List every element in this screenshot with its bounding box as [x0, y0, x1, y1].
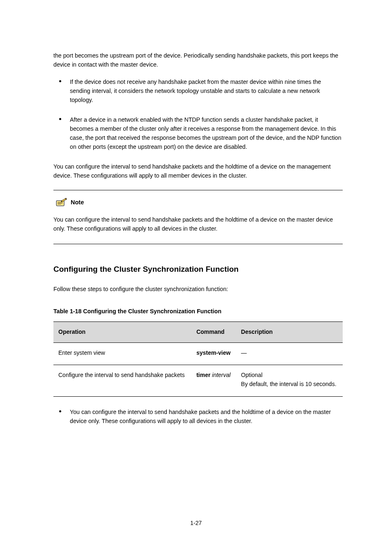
- list-item-text: After a device in a network enabled with…: [70, 116, 341, 150]
- cell-description: Optional By default, the interval is 10 …: [236, 365, 343, 396]
- col-command: Command: [191, 321, 236, 342]
- table-row: Configure the interval to send handshake…: [53, 365, 343, 396]
- note-icon: [55, 198, 67, 207]
- bullet-list: If the device does not receive any hands…: [53, 77, 343, 151]
- closing-paragraph: You can configure the interval to send h…: [53, 162, 343, 180]
- note-body: You can configure the interval to send h…: [53, 215, 343, 233]
- table-header-row: Operation Command Description: [53, 321, 343, 342]
- divider: [53, 244, 343, 244]
- cell-command: timer interval: [191, 365, 236, 396]
- page-container: the port becomes the upstream port of th…: [0, 0, 392, 555]
- list-item-text: You can configure the interval to send h…: [70, 409, 331, 424]
- page-number: 1-27: [0, 519, 392, 528]
- post-table-list: You can configure the interval to send h…: [53, 407, 343, 426]
- col-operation: Operation: [53, 321, 191, 342]
- cell-operation: Configure the interval to send handshake…: [53, 365, 191, 396]
- command-table: Operation Command Description Enter syst…: [53, 321, 343, 397]
- bullet-icon: [59, 118, 61, 120]
- command-italic: interval: [210, 372, 231, 378]
- bullet-icon: [59, 410, 61, 412]
- bullet-icon: [59, 80, 61, 82]
- list-item: After a device in a network enabled with…: [53, 115, 343, 151]
- section-lead: Follow these steps to configure the clus…: [53, 284, 343, 294]
- cell-command: system-view: [191, 342, 236, 365]
- command-bold: timer: [196, 372, 210, 378]
- command-bold: system-view: [196, 349, 231, 356]
- intro-paragraph: the port becomes the upstream port of th…: [53, 51, 343, 69]
- note-label: Note: [71, 198, 84, 207]
- divider: [53, 190, 343, 190]
- list-item: If the device does not receive any hands…: [53, 77, 343, 104]
- cell-operation: Enter system view: [53, 342, 191, 365]
- table-row: Enter system view system-view —: [53, 342, 343, 365]
- list-item: You can configure the interval to send h…: [53, 407, 343, 426]
- section-heading: Configuring the Cluster Synchronization …: [53, 263, 343, 275]
- note-block: Note You can configure the interval to s…: [53, 190, 343, 244]
- note-header: Note: [55, 198, 343, 207]
- list-item-text: If the device does not receive any hands…: [70, 79, 321, 103]
- col-description: Description: [236, 321, 343, 342]
- table-caption: Table 1-18 Configuring the Cluster Synch…: [53, 307, 343, 316]
- cell-description: —: [236, 342, 343, 365]
